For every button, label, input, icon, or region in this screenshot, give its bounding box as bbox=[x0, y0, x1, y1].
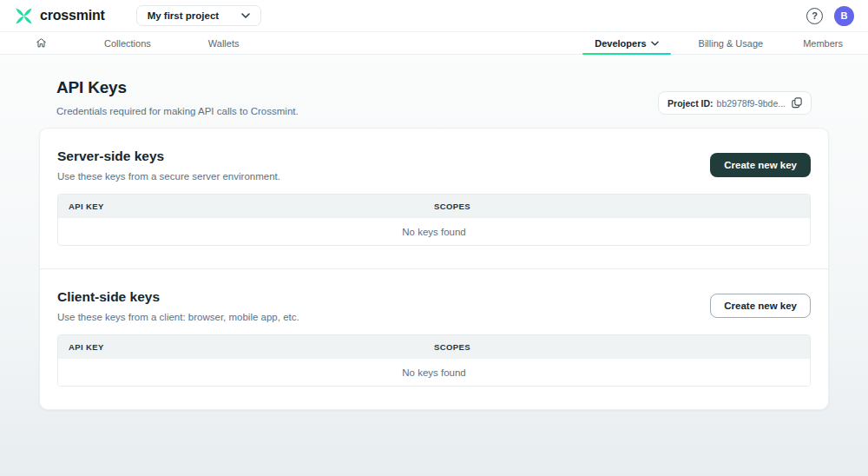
nav-item-developers[interactable]: Developers bbox=[591, 32, 661, 54]
crossmint-logo-icon bbox=[14, 6, 34, 26]
main-nav: Collections Wallets Developers Billing &… bbox=[0, 32, 868, 55]
column-header-scopes: SCOPES bbox=[434, 342, 810, 352]
avatar-initial: B bbox=[841, 10, 848, 21]
page-subtitle: Credentials required for making API call… bbox=[56, 106, 299, 116]
empty-state-row: No keys found bbox=[58, 358, 810, 386]
nav-spacer bbox=[242, 32, 591, 54]
nav-item-wallets[interactable]: Wallets bbox=[205, 32, 243, 54]
section-title: Client-side keys bbox=[57, 289, 299, 305]
nav-label: Members bbox=[803, 38, 843, 49]
server-keys-table: API KEY SCOPES No keys found bbox=[57, 194, 811, 246]
help-glyph: ? bbox=[812, 10, 818, 21]
avatar[interactable]: B bbox=[834, 6, 854, 26]
empty-state-row: No keys found bbox=[58, 217, 810, 245]
brand-wordmark: crossmint bbox=[40, 8, 105, 23]
create-new-key-button-client[interactable]: Create new key bbox=[710, 294, 811, 318]
project-id-value: bb2978f9-9bde... bbox=[717, 98, 786, 109]
nav-item-collections[interactable]: Collections bbox=[101, 32, 155, 54]
section-client-side-keys: Client-side keys Use these keys from a c… bbox=[40, 268, 828, 409]
column-header-api-key: API KEY bbox=[58, 342, 434, 352]
table-header-row: API KEY SCOPES bbox=[58, 195, 810, 217]
project-id-badge: Project ID: bb2978f9-9bde... bbox=[658, 91, 812, 115]
content-area: API Keys Credentials required for making… bbox=[0, 55, 868, 476]
page-title: API Keys bbox=[56, 78, 299, 97]
column-header-api-key: API KEY bbox=[58, 202, 434, 211]
active-tab-underline bbox=[582, 53, 670, 56]
nav-home[interactable] bbox=[32, 32, 50, 54]
top-bar: crossmint My first project ? B bbox=[0, 0, 868, 32]
nav-label: Wallets bbox=[208, 38, 240, 49]
api-keys-card: Server-side keys Use these keys from a s… bbox=[39, 128, 829, 410]
nav-item-billing-usage[interactable]: Billing & Usage bbox=[695, 32, 767, 54]
nav-label: Collections bbox=[104, 38, 151, 49]
column-header-scopes: SCOPES bbox=[434, 202, 810, 211]
page-header: API Keys Credentials required for making… bbox=[39, 69, 829, 116]
table-header-row: API KEY SCOPES bbox=[58, 335, 810, 358]
section-title: Server-side keys bbox=[57, 149, 280, 164]
project-selector-label: My first project bbox=[148, 10, 219, 21]
nav-item-members[interactable]: Members bbox=[799, 32, 846, 54]
copy-icon[interactable] bbox=[792, 97, 802, 109]
project-selector-dropdown[interactable]: My first project bbox=[136, 5, 261, 26]
chevron-down-icon bbox=[651, 41, 659, 46]
section-description: Use these keys from a client: browser, m… bbox=[57, 312, 299, 322]
create-new-key-button-server[interactable]: Create new key bbox=[710, 153, 811, 177]
client-keys-table: API KEY SCOPES No keys found bbox=[57, 334, 811, 387]
section-server-side-keys: Server-side keys Use these keys from a s… bbox=[40, 129, 828, 268]
nav-label: Billing & Usage bbox=[699, 38, 764, 49]
help-icon[interactable]: ? bbox=[806, 8, 823, 24]
home-icon bbox=[36, 37, 47, 49]
section-description: Use these keys from a secure server envi… bbox=[57, 171, 280, 182]
nav-label: Developers bbox=[595, 38, 646, 49]
project-id-label: Project ID: bbox=[667, 98, 713, 109]
chevron-down-icon bbox=[241, 13, 250, 18]
